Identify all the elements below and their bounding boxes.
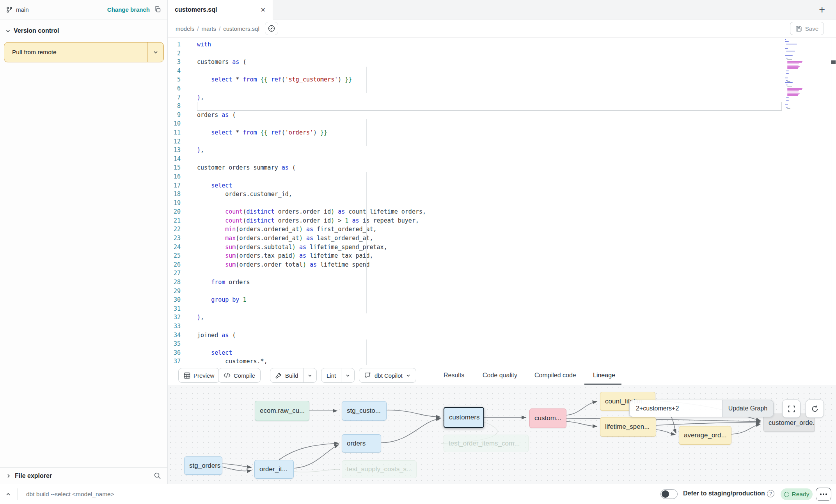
code-line[interactable]: 14 [168,155,836,164]
code-line[interactable]: 7), [168,93,836,102]
status-badge: Ready [781,488,813,500]
pull-options-dropdown[interactable] [147,42,163,62]
code-line[interactable]: 35 [168,340,836,348]
code-line[interactable]: 15customer_orders_summary as ( [168,163,836,172]
version-control-header[interactable]: Version control [0,19,167,40]
breadcrumb-models[interactable]: models [176,25,194,32]
defer-toggle[interactable] [660,489,678,499]
code-line[interactable]: 5 select * from {{ ref('stg_customers') … [168,75,836,84]
code-line[interactable]: 33 [168,322,836,331]
preview-button[interactable]: Preview [178,368,220,383]
change-branch-link[interactable]: Change branch [107,6,150,13]
lineage-node-ecom-raw-customers[interactable]: ecom.raw_cu... [255,401,309,421]
code-line[interactable]: 21 count(distinct orders.order_id) > 1 a… [168,216,836,225]
build-button[interactable]: Build [270,368,317,383]
close-tab-icon[interactable]: ✕ [261,6,266,14]
code-line[interactable]: 12 [168,137,836,146]
pull-from-remote-label: Pull from remote [4,49,147,56]
lineage-node-test-supply-costs[interactable]: test_supply_costs_s... [342,460,417,478]
code-line[interactable]: 36 select [168,348,836,357]
lineage-node-order-items[interactable]: order_it... [254,460,294,479]
code-line[interactable]: 28 from orders [168,278,836,287]
fullscreen-button[interactable] [782,400,801,418]
refresh-button[interactable] [806,400,824,418]
code-line[interactable]: 31 [168,304,836,313]
lint-options-dropdown[interactable] [341,368,354,382]
command-panel-expand-button[interactable] [0,488,18,500]
code-line[interactable]: 22 min(orders.ordered_at) as first_order… [168,225,836,234]
code-line[interactable]: 18 orders.customer_id, [168,190,836,199]
lineage-node-average-order[interactable]: average_ord... [679,426,731,445]
tab-code-quality[interactable]: Code quality [483,366,517,385]
lineage-node-custom[interactable]: custom... [529,409,566,428]
lineage-node-stg-customers[interactable]: stg_custo... [342,401,387,421]
code-line[interactable]: 24 sum(orders.subtotal) as lifetime_spen… [168,243,836,252]
breadcrumb-file[interactable]: customers.sql [223,25,259,32]
dbt-copilot-button[interactable]: dbt Copilot [359,368,416,383]
code-line[interactable]: 29 [168,287,836,296]
lineage-graph-panel[interactable]: ecom.raw_cu... stg_custo... customers cu… [168,385,836,484]
line-content [181,155,197,164]
code-line[interactable]: 25 sum(orders.tax_paid) as lifetime_tax_… [168,251,836,260]
tab-lineage[interactable]: Lineage [593,366,615,385]
code-line[interactable]: 16 [168,172,836,181]
tab-compiled-code[interactable]: Compiled code [534,366,576,385]
line-number: 15 [168,163,181,172]
code-line[interactable]: 34joined as ( [168,331,836,340]
update-graph-button[interactable]: Update Graph [722,400,774,417]
compass-lineage-button[interactable] [265,22,278,35]
minimap-line [786,58,788,58]
lineage-node-customers[interactable]: customers [444,407,484,428]
tab-results[interactable]: Results [444,366,464,385]
code-line[interactable]: 9orders as ( [168,111,836,120]
minimap-line [786,100,789,101]
tab-customers-sql[interactable]: customers.sql ✕ [168,0,273,19]
lint-button[interactable]: Lint [321,368,355,383]
build-options-dropdown[interactable] [303,368,316,382]
code-line[interactable]: 19 [168,199,836,208]
code-line[interactable]: 20 count(distinct orders.order_id) as co… [168,207,836,216]
new-tab-button[interactable]: + [819,3,825,17]
code-line[interactable]: 6 [168,84,836,93]
lineage-node-lifetime-spend[interactable]: lifetime_spen... [600,417,656,437]
code-line[interactable]: 13), [168,146,836,155]
lineage-node-test-order-items[interactable]: test_order_items_com... [444,435,529,452]
line-number: 12 [168,137,181,146]
search-icon[interactable] [154,472,161,479]
code-line[interactable]: 3customers as ( [168,58,836,67]
help-icon[interactable]: ? [767,490,774,497]
code-line[interactable]: 8 [168,102,836,111]
line-content: group by 1 [181,295,246,304]
code-line[interactable]: 37 customers.*, [168,357,836,366]
minimap[interactable] [784,39,817,125]
line-number: 9 [168,111,181,120]
line-number: 2 [168,49,181,58]
lineage-node-orders[interactable]: orders [342,434,381,453]
code-line[interactable]: 27 [168,269,836,278]
more-options-button[interactable] [816,488,831,501]
code-line[interactable]: 23 max(orders.ordered_at) as last_ordere… [168,234,836,243]
code-line[interactable]: 26 sum(orders.order_total) as lifetime_s… [168,260,836,269]
code-line[interactable]: 2 [168,49,836,58]
minimap-line [786,73,789,74]
code-line[interactable]: 11 select * from {{ ref('orders') }} [168,128,836,137]
code-editor[interactable]: 1with23customers as (45 select * from {{… [168,38,836,366]
code-line[interactable]: 32), [168,313,836,322]
lineage-node-stg-orders[interactable]: stg_orders [184,456,222,475]
code-line[interactable]: 30 group by 1 [168,295,836,304]
copy-icon[interactable] [154,6,161,13]
save-button[interactable]: Save [790,22,824,35]
code-line[interactable]: 4 [168,67,836,76]
breadcrumb-marts[interactable]: marts [202,25,217,32]
code-line[interactable]: 1with [168,40,836,49]
pull-from-remote-button[interactable]: Pull from remote [4,42,164,62]
lineage-selector-input[interactable] [629,400,722,417]
command-input[interactable] [26,491,299,498]
editor-scrollbar[interactable] [831,38,836,366]
line-number: 18 [168,190,181,199]
compile-button[interactable]: Compile [218,368,261,383]
code-line[interactable]: 17 select [168,181,836,190]
scrollbar-thumb[interactable] [831,60,836,64]
file-explorer-section[interactable]: File explorer [0,467,167,484]
code-line[interactable]: 10 [168,119,836,128]
